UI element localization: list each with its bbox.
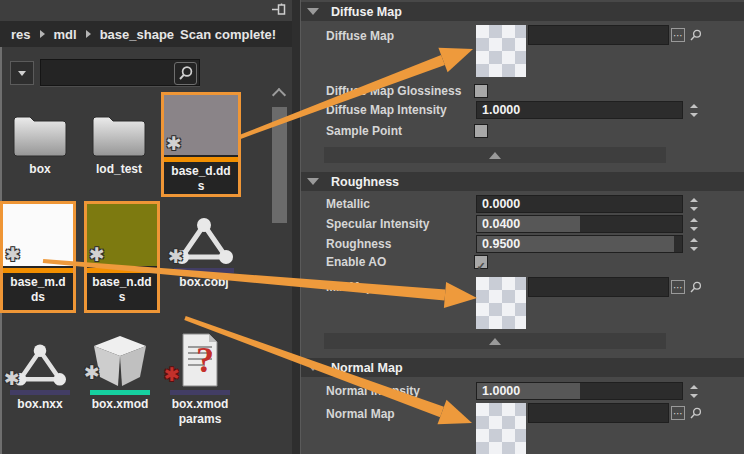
mix-map-path-field[interactable] — [528, 277, 669, 297]
type-underline — [3, 268, 73, 273]
search-input[interactable] — [43, 62, 177, 85]
file-label: box.cobj — [173, 275, 235, 290]
collapse-triangle-icon — [307, 178, 319, 185]
property-label: Specular Intensity — [326, 217, 429, 231]
field-value: 0.0400 — [482, 217, 520, 231]
modified-asterisk-icon: ✱ — [5, 245, 21, 264]
normal-map-path-field[interactable] — [528, 403, 669, 423]
panel-splitter[interactable] — [292, 0, 300, 454]
metallic-field[interactable]: 0.0000 — [476, 195, 683, 213]
mesh-icon: ✱ — [2, 334, 78, 388]
file-label: box.nxx — [9, 397, 71, 412]
magnifier-icon[interactable] — [689, 406, 702, 419]
breadcrumb-separator-icon — [86, 30, 91, 38]
sample-point-checkbox[interactable] — [474, 124, 488, 138]
params-document-icon: ? ✱ — [162, 330, 238, 388]
normal-intensity-field[interactable]: 1.0000 — [476, 382, 683, 400]
section-title: Normal Map — [331, 361, 403, 375]
type-underline — [170, 390, 230, 395]
material-properties-panel: Diffuse Map Diffuse Map ⋯ Diffuse Map Gl… — [300, 0, 744, 454]
breadcrumb-item-mdl[interactable]: mdl — [54, 27, 77, 42]
file-item-base-d-dds[interactable]: ✱ base_d.dds — [161, 92, 241, 197]
filter-dropdown-button[interactable] — [10, 61, 34, 85]
magnifier-icon[interactable] — [689, 280, 702, 293]
section-title: Diffuse Map — [331, 5, 402, 19]
file-item-box-xmod[interactable]: ✱ box.xmod — [82, 332, 158, 412]
enable-ao-checkbox[interactable]: ✓ — [474, 255, 488, 269]
browse-button[interactable]: ⋯ — [671, 28, 685, 42]
browse-button[interactable]: ⋯ — [671, 280, 685, 294]
specular-intensity-field[interactable]: 0.0400 — [476, 215, 683, 233]
section-header-roughness[interactable]: Roughness — [301, 172, 744, 191]
file-label: box.xmod — [89, 397, 151, 412]
spinner-control[interactable] — [688, 197, 700, 212]
property-label: Metallic — [326, 197, 370, 211]
scroll-up-icon[interactable] — [272, 88, 286, 102]
app-window: res mdl base_shape Scan complete! — [0, 0, 744, 454]
modified-asterisk-icon: ✱ — [84, 363, 100, 382]
modified-asterisk-icon: ✱ — [168, 247, 184, 266]
scrollbar-thumb[interactable] — [272, 107, 287, 223]
type-underline — [164, 157, 238, 162]
panel-title-bar — [0, 0, 292, 21]
spinner-control[interactable] — [688, 103, 700, 118]
texture-thumbnail: ✱ — [164, 95, 238, 155]
modified-asterisk-icon: ✱ — [166, 134, 182, 153]
file-label: base_m.dds — [7, 275, 69, 305]
property-row-metallic: Metallic 0.0000 — [301, 195, 744, 215]
roughness-field[interactable]: 0.9500 — [476, 235, 683, 253]
section-header-normal-map[interactable]: Normal Map — [301, 358, 744, 377]
file-item-box-cobj[interactable]: ✱ box.cobj — [166, 206, 242, 290]
folder-icon — [82, 94, 156, 160]
section-header-diffuse-map[interactable]: Diffuse Map — [301, 2, 744, 21]
diffuse-map-intensity-field[interactable]: 1.0000 — [476, 101, 683, 119]
file-label: lod_test — [88, 162, 150, 177]
section-collapse-bar[interactable] — [324, 147, 666, 163]
file-item-base-n-dds[interactable]: ✱ base_n.dds — [84, 201, 160, 313]
search-icon[interactable] — [174, 62, 197, 85]
check-icon: ✓ — [476, 260, 485, 272]
file-item-box-xmod-params[interactable]: ? ✱ box.xmod params — [162, 330, 238, 427]
type-underline — [90, 390, 150, 395]
texture-thumbnail: ✱ — [87, 204, 157, 266]
modified-asterisk-icon: ✱ — [164, 365, 180, 384]
property-label: Mix Map — [326, 280, 373, 294]
diffuse-map-thumbnail[interactable] — [476, 25, 526, 77]
file-item-lod-test-folder[interactable]: lod_test — [82, 94, 156, 177]
property-label: Roughness — [326, 237, 391, 251]
field-value: 0.0000 — [482, 197, 520, 211]
breadcrumb-item-base-shape[interactable]: base_shape — [100, 27, 174, 42]
browse-button[interactable]: ⋯ — [671, 406, 685, 420]
spinner-control[interactable] — [688, 237, 700, 252]
normal-map-thumbnail[interactable] — [476, 403, 526, 454]
spinner-control[interactable] — [688, 217, 700, 232]
property-label: Diffuse Map Intensity — [326, 103, 447, 117]
section-collapse-bar[interactable] — [324, 333, 666, 349]
spinner-control[interactable] — [688, 384, 700, 399]
asset-browser-panel: res mdl base_shape Scan complete! — [0, 0, 292, 454]
file-label: box.xmod params — [169, 397, 231, 427]
file-item-box-nxx[interactable]: ✱ box.nxx — [2, 334, 78, 412]
property-row-mix-map: Mix Map ⋯ — [301, 277, 744, 297]
mesh-icon: ✱ — [166, 206, 242, 266]
diffuse-map-path-field[interactable] — [528, 25, 669, 45]
file-label: base_d.dds — [170, 164, 232, 194]
model-box-icon: ✱ — [82, 332, 158, 388]
property-row-roughness: Roughness 0.9500 — [301, 235, 744, 255]
texture-thumbnail: ✱ — [3, 204, 73, 266]
file-label: base_n.dds — [91, 275, 153, 305]
diffuse-map-glossiness-checkbox[interactable] — [474, 84, 488, 98]
file-item-box-folder[interactable]: box — [4, 94, 76, 177]
property-row-normal-map: Normal Map ⋯ — [301, 403, 744, 423]
breadcrumb-item-res[interactable]: res — [11, 27, 31, 42]
collapse-up-icon — [489, 338, 501, 345]
magnifier-icon[interactable] — [689, 28, 702, 41]
breadcrumb: res mdl base_shape Scan complete! — [0, 21, 292, 47]
property-label: Normal Intensity — [326, 384, 420, 398]
file-item-base-m-dds[interactable]: ✱ base_m.dds — [0, 201, 76, 313]
pin-icon[interactable] — [271, 3, 286, 17]
type-underline — [174, 268, 234, 273]
svg-text:?: ? — [196, 340, 214, 380]
chevron-down-icon — [18, 71, 26, 76]
mix-map-thumbnail[interactable] — [476, 277, 526, 329]
